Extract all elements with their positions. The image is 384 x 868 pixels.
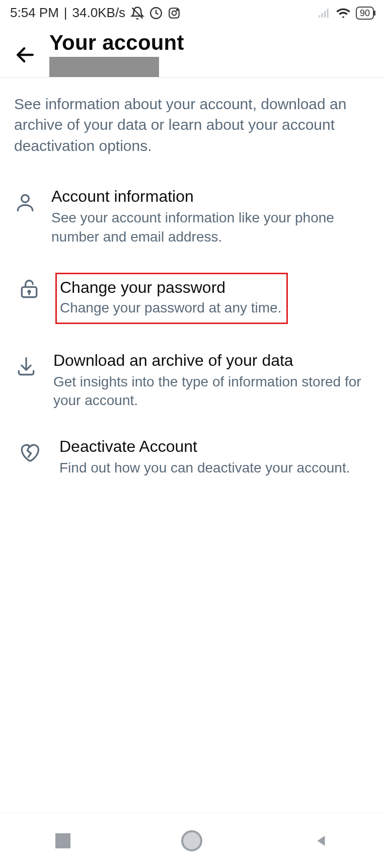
menu-item-subtitle: Find out how you can deactivate your acc…	[59, 458, 350, 478]
status-right: 90	[318, 7, 374, 20]
wifi-icon	[336, 7, 351, 20]
nav-recent-button[interactable]	[55, 833, 70, 848]
menu-item-title: Download an archive of your data	[53, 350, 370, 370]
username-redacted	[49, 57, 159, 77]
triangle-left-icon	[314, 833, 329, 848]
nav-home-button[interactable]	[181, 830, 202, 851]
status-bar: 5:54 PM | 34.0KB/s	[0, 0, 384, 24]
page-title: Your account	[49, 31, 184, 55]
svg-point-4	[177, 9, 178, 10]
menu-item-subtitle: Get insights into the type of informatio…	[53, 372, 370, 411]
menu-item-account-information[interactable]: Account information See your account inf…	[0, 173, 384, 260]
signal-icon	[318, 7, 331, 20]
svg-rect-6	[322, 13, 323, 18]
nav-back-button[interactable]	[314, 833, 329, 848]
svg-rect-8	[327, 9, 328, 17]
status-left: 5:54 PM | 34.0KB/s	[10, 5, 181, 21]
title-block: Your account	[49, 31, 184, 77]
battery-icon: 90	[356, 7, 374, 20]
download-icon	[14, 350, 38, 377]
status-time: 5:54 PM	[10, 5, 59, 21]
menu-item-title: Change your password	[60, 277, 281, 297]
instagram-icon	[168, 7, 181, 20]
menu-item-deactivate-account[interactable]: Deactivate Account Find out how you can …	[0, 423, 384, 491]
status-net-speed: 34.0KB/s	[72, 5, 126, 21]
person-icon	[14, 186, 36, 213]
status-sep: |	[64, 5, 67, 21]
back-button[interactable]	[10, 40, 40, 70]
menu-item-title: Account information	[51, 186, 370, 206]
menu-item-title: Deactivate Account	[59, 436, 350, 456]
svg-marker-14	[317, 836, 325, 846]
circle-icon	[181, 830, 202, 851]
svg-rect-5	[319, 15, 320, 17]
bell-off-icon	[130, 6, 144, 20]
whatsapp-icon	[149, 7, 163, 20]
arrow-left-icon	[14, 44, 36, 66]
lock-icon	[14, 273, 44, 300]
page-description: See information about your account, down…	[0, 77, 384, 156]
menu-item-download-archive[interactable]: Download an archive of your data Get ins…	[0, 337, 384, 424]
svg-rect-7	[324, 11, 326, 17]
settings-menu: Account information See your account inf…	[0, 156, 384, 491]
heart-broken-icon	[14, 436, 44, 463]
android-nav-bar	[0, 813, 384, 868]
menu-item-subtitle: See your account information like your p…	[51, 208, 370, 247]
square-icon	[55, 833, 70, 848]
app-header: Your account	[0, 24, 384, 77]
menu-item-subtitle: Change your password at any time.	[60, 298, 281, 318]
svg-point-3	[172, 11, 177, 15]
menu-item-change-password[interactable]: Change your password Change your passwor…	[0, 260, 384, 337]
svg-point-10	[22, 195, 29, 203]
